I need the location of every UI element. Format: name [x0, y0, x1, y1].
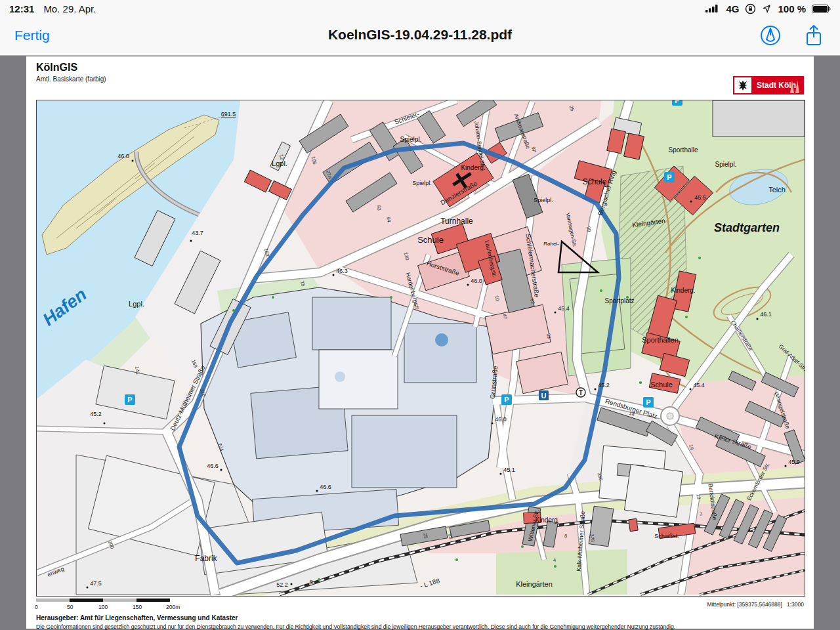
status-date: Mo. 29. Apr. [43, 3, 96, 14]
svg-text:U: U [541, 392, 547, 400]
map-meta: Mittelpunkt: [359375,5646888] 1:3000 [707, 601, 804, 608]
svg-text:47.5: 47.5 [90, 580, 102, 587]
share-icon[interactable] [801, 22, 827, 49]
publisher-line: Herausgeber: Amt für Liegenschaften, Ver… [36, 614, 238, 621]
svg-text:46.0: 46.0 [117, 153, 129, 159]
pdf-page: KölnGIS Amtl. Basiskarte (farbig) Stadt … [26, 56, 814, 629]
svg-text:45.5: 45.5 [694, 194, 706, 201]
map-canvas: P P P P P U T Hafen Stadtgarten Teich Lg… [37, 100, 805, 596]
svg-text:4: 4 [553, 557, 556, 563]
center-point: Mittelpunkt: [359375,5646888] [707, 601, 782, 608]
svg-text:52.2: 52.2 [276, 581, 288, 588]
label-sporthallen: Sporthallen [642, 336, 679, 344]
tram-stop-icon: T [576, 388, 585, 397]
svg-text:P: P [504, 396, 509, 404]
map-subtitle: Amtl. Basiskarte (farbig) [36, 75, 106, 83]
svg-text:45.4: 45.4 [693, 382, 705, 388]
label-spielpl-4: Spielpl. [715, 161, 737, 168]
disclaimer-line: Die Geoinformationen sind gesetzlich ges… [36, 623, 807, 630]
svg-text:46.3: 46.3 [336, 268, 348, 274]
scale-bar [36, 598, 171, 602]
markup-icon[interactable] [757, 22, 784, 49]
label-lgpl-1: Lgpl. [129, 300, 144, 308]
map-title: KölnGIS [36, 62, 77, 74]
status-time: 12:31 [9, 3, 34, 14]
label-schule-3: Schule [650, 381, 673, 388]
document-title: KoelnGIS-19.04.29-11.28.pdf [0, 27, 840, 43]
svg-text:46.6: 46.6 [320, 484, 331, 490]
map-marker-dot [435, 333, 448, 346]
svg-text:7: 7 [532, 526, 535, 532]
svg-text:45.1: 45.1 [503, 467, 515, 473]
map-marker-dot-faint [335, 371, 345, 382]
svg-text:7: 7 [700, 511, 702, 517]
label-kinderg-2: Kinderg. [671, 287, 695, 294]
svg-text:43.7: 43.7 [192, 230, 203, 236]
svg-text:46.0: 46.0 [471, 278, 482, 284]
label-sporthalle: Sporthalle [668, 146, 698, 154]
status-bar: 12:31 Mo. 29. Apr. 4G 100 % [0, 0, 840, 17]
signal-icon [705, 4, 720, 13]
cathedral-icon [787, 77, 803, 93]
battery-icon [812, 5, 831, 13]
svg-text:93: 93 [375, 205, 382, 211]
label-turnhalle: Turnhalle [440, 217, 473, 226]
svg-text:45.2: 45.2 [90, 411, 102, 417]
crest-icon [733, 76, 753, 94]
battery-label: 100 % [778, 3, 806, 14]
svg-text:P: P [127, 396, 132, 404]
label-stadtgarten: Stadtgarten [714, 221, 780, 234]
label-spielpl-3: Spielpl. [534, 197, 553, 203]
roundabout-island [667, 413, 673, 419]
map-view: P P P P P U T Hafen Stadtgarten Teich Lg… [36, 100, 805, 597]
label-teich: Teich [768, 186, 786, 194]
nav-bar: Fertig KoelnGIS-19.04.29-11.28.pdf [0, 17, 840, 56]
svg-text:46.0: 46.0 [495, 416, 507, 423]
svg-text:13: 13 [695, 494, 702, 500]
svg-text:P: P [675, 100, 679, 104]
label-kleingaerten-2: Kleingärten [516, 580, 553, 588]
svg-text:45.2: 45.2 [598, 382, 610, 388]
stadt-koeln-logo: Stadt Köln [733, 76, 804, 94]
label-rahel: Rahel- [543, 241, 559, 247]
label-spielpl-2: Spielpl. [412, 180, 432, 186]
svg-text:P: P [667, 173, 671, 181]
svg-text:8: 8 [564, 533, 567, 539]
svg-text:45.4: 45.4 [558, 305, 570, 312]
label-schule-2: Schule [583, 177, 607, 186]
label-fabrik: Fabrik [195, 554, 217, 563]
label-kinderg-3: Kinderg. [535, 516, 559, 524]
label-sportplatz: Sportplatz [604, 297, 634, 304]
label-schule-1: Schule [417, 235, 444, 245]
ubahn-icon: U [539, 390, 549, 400]
svg-text:97: 97 [530, 146, 537, 153]
svg-text:94: 94 [385, 217, 392, 223]
location-arrow-icon [762, 4, 772, 14]
svg-text:46.1: 46.1 [760, 311, 772, 318]
label-schiessst: Schießst. [654, 533, 679, 539]
svg-text:T: T [579, 389, 583, 396]
svg-text:45.9: 45.9 [788, 459, 800, 465]
svg-text:378: 378 [589, 534, 595, 542]
svg-text:691.5: 691.5 [221, 111, 236, 117]
label-lgpl-2: Lgpl. [272, 159, 287, 167]
map-scale: 1:3000 [787, 601, 804, 608]
svg-text:46.6: 46.6 [207, 463, 219, 469]
rotation-lock-icon [745, 3, 756, 14]
label-spielpl-1: Spielpl. [400, 136, 422, 143]
network-label: 4G [726, 3, 739, 14]
svg-text:P: P [646, 398, 650, 406]
